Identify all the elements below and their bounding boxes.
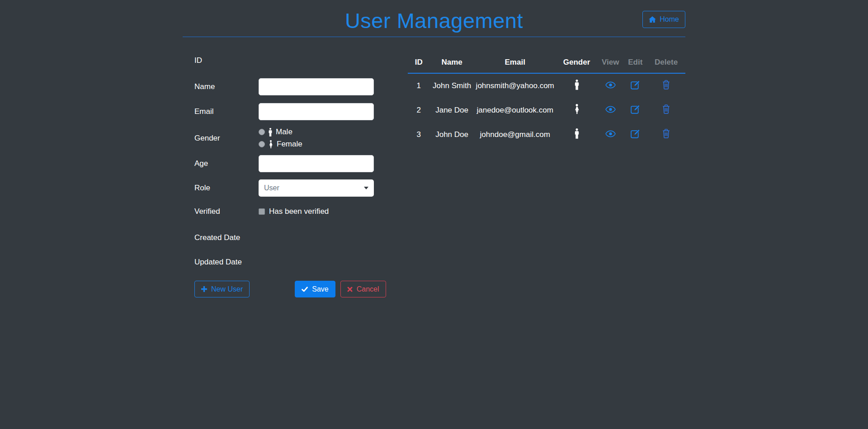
delete-button[interactable] (662, 129, 670, 138)
age-label: Age (194, 159, 259, 168)
female-icon (574, 104, 580, 114)
edit-icon (631, 129, 640, 138)
updated-date-label: Updated Date (194, 258, 259, 267)
user-table: ID Name Email Gender View Edit Delete 1 (408, 54, 685, 147)
role-label: Role (194, 184, 259, 193)
user-table-body: 1 John Smith johnsmith@yahoo.com (408, 73, 685, 147)
new-user-button[interactable]: New User (194, 281, 250, 297)
verified-checkbox-line[interactable]: Has been verified (259, 207, 329, 216)
header-id: ID (408, 54, 430, 73)
gender-male-radio[interactable] (259, 129, 265, 135)
male-icon (268, 128, 273, 137)
plus-icon (201, 286, 207, 292)
table-row: 1 John Smith johnsmith@yahoo.com (408, 73, 685, 98)
cell-name: John Doe (430, 123, 474, 147)
cell-id: 3 (408, 123, 430, 147)
cell-gender (556, 73, 597, 98)
gender-radio-group: Male Female (259, 127, 302, 149)
gender-female-option[interactable]: Female (259, 139, 302, 149)
cell-gender (556, 123, 597, 147)
home-icon (649, 16, 656, 23)
view-button[interactable] (605, 106, 616, 113)
form-row-gender: Gender Male Female (194, 127, 408, 149)
eye-icon (605, 106, 616, 113)
gender-female-radio[interactable] (259, 141, 265, 147)
chevron-down-icon (364, 187, 368, 189)
role-select[interactable]: User (259, 179, 374, 197)
view-button[interactable] (605, 81, 616, 89)
edit-button[interactable] (631, 105, 640, 114)
id-label: ID (194, 56, 259, 65)
table-row: 3 John Doe johndoe@gmail.com (408, 123, 685, 147)
check-icon (302, 287, 308, 292)
user-table-panel: ID Name Email Gender View Edit Delete 1 (408, 54, 685, 297)
save-button-label: Save (312, 285, 328, 293)
form-row-name: Name (194, 78, 408, 95)
view-button[interactable] (605, 130, 616, 137)
female-icon (268, 140, 274, 149)
page-container: User Management Home ID Name Email Gende… (183, 0, 685, 297)
role-selected-value: User (264, 184, 279, 192)
cell-name: John Smith (430, 73, 474, 98)
cell-gender (556, 98, 597, 123)
form-row-age: Age (194, 155, 408, 172)
age-field[interactable] (259, 155, 374, 172)
male-icon (574, 128, 580, 139)
trash-icon (662, 104, 670, 114)
header-email: Email (474, 54, 556, 73)
cell-name: Jane Doe (430, 98, 474, 123)
form-row-created-date: Created Date (194, 232, 408, 243)
eye-icon (605, 130, 616, 137)
cell-email: johndoe@gmail.com (474, 123, 556, 147)
x-icon (347, 287, 353, 292)
form-row-role: Role User (194, 179, 408, 197)
cell-id: 1 (408, 73, 430, 98)
delete-button[interactable] (662, 80, 670, 90)
edit-icon (631, 80, 640, 90)
form-row-updated-date: Updated Date (194, 257, 408, 268)
name-field[interactable] (259, 78, 374, 95)
user-table-header: ID Name Email Gender View Edit Delete (408, 54, 685, 73)
home-button[interactable]: Home (642, 11, 685, 28)
header-view: View (597, 54, 623, 73)
page-header: User Management (183, 0, 685, 37)
form-row-verified: Verified Has been verified (194, 207, 408, 216)
gender-male-label: Male (276, 127, 292, 137)
header-gender: Gender (556, 54, 597, 73)
page-title: User Management (183, 8, 685, 33)
gender-female-label: Female (277, 139, 302, 149)
verified-checkbox-label: Has been verified (269, 207, 329, 216)
cell-id: 2 (408, 98, 430, 123)
edit-button[interactable] (631, 80, 640, 90)
cell-email: johnsmith@yahoo.com (474, 73, 556, 98)
name-label: Name (194, 82, 259, 91)
form-actions: New User Save Cancel (194, 281, 408, 297)
cell-email: janedoe@outlook.com (474, 98, 556, 123)
email-field[interactable] (259, 103, 374, 120)
verified-label: Verified (194, 207, 259, 216)
content: ID Name Email Gender (183, 54, 685, 297)
edit-icon (631, 105, 640, 114)
male-icon (574, 80, 580, 90)
gender-label: Gender (194, 134, 259, 143)
created-date-label: Created Date (194, 233, 259, 242)
home-button-label: Home (660, 15, 679, 24)
trash-icon (662, 129, 670, 138)
cancel-button-label: Cancel (357, 285, 379, 293)
save-button[interactable]: Save (295, 281, 335, 297)
delete-button[interactable] (662, 104, 670, 114)
form-row-email: Email (194, 103, 408, 120)
cancel-button[interactable]: Cancel (340, 281, 386, 297)
eye-icon (605, 81, 616, 89)
table-row: 2 Jane Doe janedoe@outlook.com (408, 98, 685, 123)
header-edit: Edit (623, 54, 647, 73)
edit-button[interactable] (631, 129, 640, 138)
form-row-id: ID (194, 54, 408, 67)
new-user-button-label: New User (211, 285, 243, 293)
user-form: ID Name Email Gender (183, 54, 408, 297)
gender-male-option[interactable]: Male (259, 127, 302, 137)
header-name: Name (430, 54, 474, 73)
verified-checkbox[interactable] (259, 208, 265, 215)
header-delete: Delete (647, 54, 685, 73)
email-label: Email (194, 107, 259, 116)
